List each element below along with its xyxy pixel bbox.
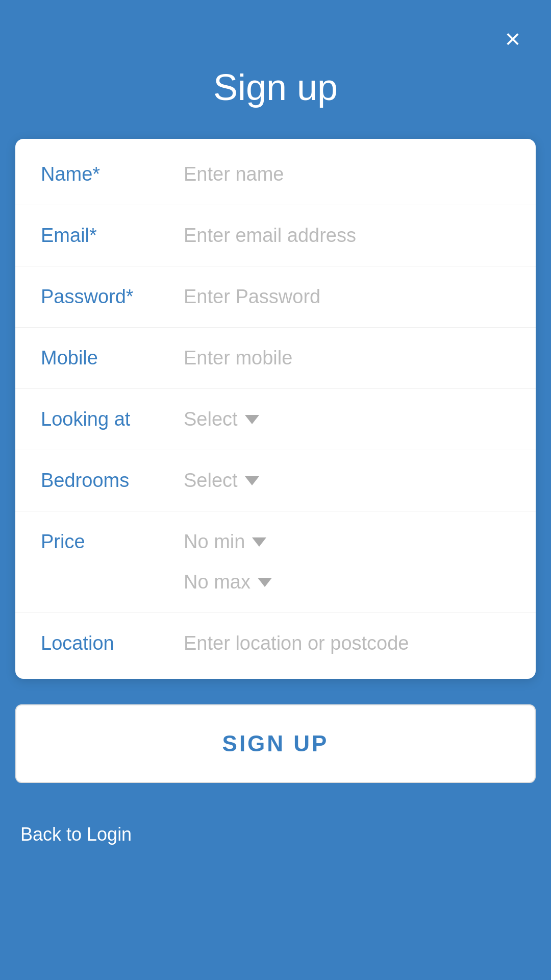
chevron-down-icon xyxy=(258,578,272,587)
chevron-down-icon xyxy=(245,476,259,485)
email-label: Email* xyxy=(41,225,184,247)
price-min-select[interactable]: No min xyxy=(184,531,266,553)
email-input[interactable] xyxy=(184,225,510,247)
chevron-down-icon xyxy=(245,415,259,424)
email-field-row: Email* xyxy=(15,205,536,266)
mobile-label: Mobile xyxy=(41,347,184,369)
price-max-value: No max xyxy=(184,571,251,593)
location-input[interactable] xyxy=(184,632,510,654)
name-input[interactable] xyxy=(184,163,510,185)
looking-at-field-row: Looking at Select xyxy=(15,389,536,450)
mobile-field-row: Mobile xyxy=(15,328,536,389)
looking-at-label: Looking at xyxy=(41,408,184,430)
price-field-section: Price No min No max xyxy=(15,511,536,613)
price-label: Price xyxy=(41,531,184,553)
bedrooms-select-value: Select xyxy=(184,470,238,492)
looking-at-select[interactable]: Select xyxy=(184,408,259,430)
location-field-row: Location xyxy=(15,613,536,674)
bedrooms-select[interactable]: Select xyxy=(184,470,259,492)
mobile-input[interactable] xyxy=(184,347,510,369)
password-label: Password* xyxy=(41,286,184,308)
form-card: Name* Email* Password* Mobile Looking at… xyxy=(15,139,536,679)
password-field-row: Password* xyxy=(15,266,536,328)
price-min-value: No min xyxy=(184,531,245,553)
chevron-down-icon xyxy=(252,537,266,547)
password-input[interactable] xyxy=(184,286,510,308)
name-field-row: Name* xyxy=(15,144,536,205)
price-max-row: No max xyxy=(41,562,510,602)
price-max-select[interactable]: No max xyxy=(184,571,272,593)
close-button[interactable]: × xyxy=(505,26,520,52)
location-label: Location xyxy=(41,632,184,654)
looking-at-select-value: Select xyxy=(184,408,238,430)
bedrooms-label: Bedrooms xyxy=(41,470,184,492)
page-title: Sign up xyxy=(0,0,551,139)
sign-up-button[interactable]: SIGN UP xyxy=(15,704,536,783)
back-to-login-link[interactable]: Back to Login xyxy=(0,808,551,861)
bedrooms-field-row: Bedrooms Select xyxy=(15,450,536,511)
price-min-row: Price No min xyxy=(41,522,510,562)
name-label: Name* xyxy=(41,163,184,185)
